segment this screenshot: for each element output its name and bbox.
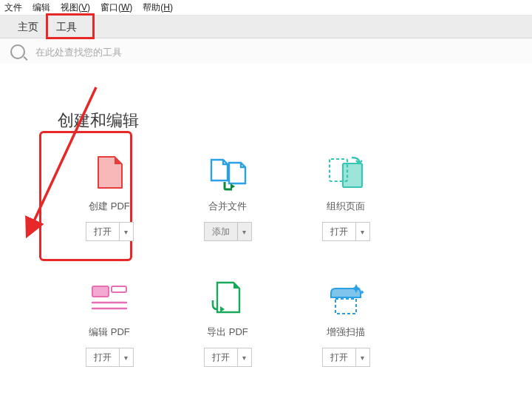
tool-enhance-scan-button-label: 打开 (323, 348, 356, 366)
tool-create-pdf[interactable]: 创建 PDF 打开 (50, 152, 168, 278)
menu-window[interactable]: 窗口(W) (100, 1, 132, 14)
search-row (0, 38, 532, 66)
tool-export-pdf-button[interactable]: 打开 (204, 348, 252, 367)
tabs: 主页 工具 (0, 16, 532, 38)
chevron-down-icon[interactable] (356, 348, 369, 366)
tool-enhance-scan-label: 增强扫描 (287, 326, 405, 339)
tool-organize-pages-button[interactable]: 打开 (322, 222, 370, 241)
menu-help[interactable]: 帮助(H) (143, 1, 173, 14)
tool-merge-files[interactable]: 合并文件 添加 (168, 152, 287, 278)
tool-create-pdf-label: 创建 PDF (50, 200, 168, 213)
tab-tools[interactable]: 工具 (47, 16, 86, 38)
svg-rect-2 (92, 286, 109, 297)
tool-merge-files-button[interactable]: 添加 (204, 222, 252, 241)
search-icon (10, 44, 25, 59)
tool-organize-pages-button-label: 打开 (323, 223, 356, 240)
tool-merge-files-label: 合并文件 (168, 200, 287, 213)
tool-merge-files-button-label: 添加 (205, 223, 238, 240)
tool-edit-pdf-button-label: 打开 (86, 348, 120, 366)
svg-rect-3 (112, 286, 126, 292)
tool-create-pdf-button-label: 打开 (86, 223, 120, 240)
menubar: 文件 编辑 视图(V) 窗口(W) 帮助(H) (0, 0, 532, 16)
tab-home[interactable]: 主页 (9, 16, 47, 38)
chevron-down-icon[interactable] (120, 348, 133, 366)
menu-help-label: 帮助 (143, 2, 160, 13)
menu-window-label: 窗口 (100, 2, 118, 13)
content: 创建和编辑 创建 PDF 打开 (0, 64, 532, 398)
tool-export-pdf-label: 导出 PDF (168, 326, 287, 339)
section-title: 创建和编辑 (58, 109, 139, 132)
menu-view-label: 视图 (61, 2, 78, 13)
tool-organize-pages-label: 组织页面 (287, 200, 405, 213)
menu-help-accel: H (163, 2, 170, 13)
tool-organize-pages[interactable]: 组织页面 打开 (287, 152, 405, 278)
menu-view-accel: V (81, 2, 87, 13)
chevron-down-icon[interactable] (120, 223, 133, 240)
menu-view[interactable]: 视图(V) (61, 1, 90, 14)
tool-edit-pdf-label: 编辑 PDF (50, 326, 168, 339)
tool-edit-pdf[interactable]: 编辑 PDF 打开 (50, 278, 168, 398)
export-pdf-icon (205, 278, 250, 318)
menu-file[interactable]: 文件 (4, 1, 22, 14)
menu-edit[interactable]: 编辑 (33, 1, 50, 14)
tool-export-pdf[interactable]: 导出 PDF 打开 (168, 278, 287, 398)
chevron-down-icon[interactable] (238, 223, 251, 240)
edit-pdf-icon (87, 278, 132, 318)
svg-rect-0 (343, 163, 362, 187)
enhance-scan-icon (324, 278, 368, 318)
svg-rect-6 (335, 299, 356, 314)
tool-edit-pdf-button[interactable]: 打开 (86, 348, 134, 367)
tool-enhance-scan-button[interactable]: 打开 (322, 348, 370, 367)
organize-pages-icon (324, 152, 368, 192)
create-pdf-icon (87, 152, 132, 192)
chevron-down-icon[interactable] (238, 348, 251, 366)
tool-export-pdf-button-label: 打开 (205, 348, 238, 366)
menu-window-accel: W (121, 2, 129, 13)
merge-files-icon (205, 152, 250, 192)
chevron-down-icon[interactable] (356, 223, 369, 240)
tool-enhance-scan[interactable]: 增强扫描 打开 (287, 278, 405, 398)
tools-grid: 创建 PDF 打开 合并文件 添加 (50, 152, 516, 398)
search-input[interactable] (34, 46, 522, 58)
tool-create-pdf-button[interactable]: 打开 (86, 222, 134, 241)
